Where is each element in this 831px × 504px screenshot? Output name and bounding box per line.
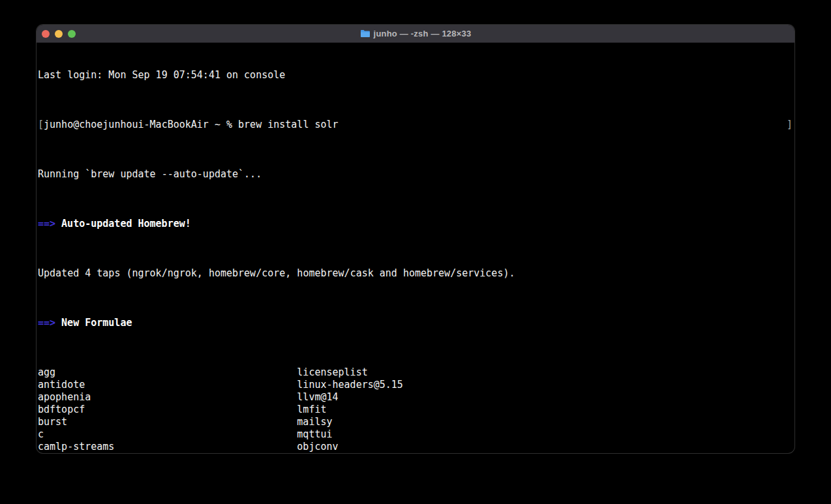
formula-name-right: llvm@14: [297, 391, 338, 403]
formulae-list: agglicenseplistantidotelinux-headers@5.1…: [38, 366, 794, 453]
terminal-line-prompt: [junho@choejunhoui-MacBookAir ~ % brew i…: [38, 119, 794, 131]
formula-name-left: burst: [38, 416, 297, 428]
formula-name-right: lmfit: [297, 404, 326, 415]
formula-name-right: licenseplist: [297, 366, 367, 378]
formula-name-left: camlp-streams: [38, 441, 297, 453]
prompt-mark-close: ]: [787, 119, 793, 131]
formula-row: antidotelinux-headers@5.15: [38, 379, 794, 391]
terminal-line-last-login: Last login: Mon Sep 19 07:54:41 on conso…: [38, 69, 794, 82]
close-button[interactable]: [42, 30, 50, 38]
formula-name-left: agg: [38, 366, 297, 379]
window-titlebar[interactable]: junho — -zsh — 128×33: [37, 25, 794, 43]
formula-name-left: c: [38, 428, 297, 441]
terminal-content[interactable]: Last login: Mon Sep 19 07:54:41 on conso…: [37, 43, 794, 453]
terminal-line-running: Running `brew update --auto-update`...: [38, 168, 794, 181]
prompt-command-text: junho@choejunhoui-MacBookAir ~ % brew in…: [44, 119, 339, 131]
formula-name-left: apophenia: [38, 391, 297, 404]
terminal-window: junho — -zsh — 128×33 Last login: Mon Se…: [37, 25, 794, 453]
prompt-line-spacer: [339, 119, 787, 131]
formula-name-right: mqttui: [297, 428, 332, 440]
terminal-line-auto-updated: ==>Auto-updated Homebrew!: [38, 218, 794, 230]
prompt-mark-open: [: [38, 119, 44, 131]
homebrew-arrow: ==>: [38, 317, 55, 329]
terminal-line-updated-taps: Updated 4 taps (ngrok/ngrok, homebrew/co…: [38, 267, 794, 280]
zoom-button[interactable]: [68, 30, 76, 38]
formula-name-left: bdftopcf: [38, 404, 297, 416]
minimize-button[interactable]: [55, 30, 63, 38]
window-controls: [37, 30, 76, 38]
formula-row: apopheniallvm@14: [38, 391, 794, 404]
terminal-line-new-formulae: ==>New Formulae: [38, 317, 794, 329]
window-title: junho — -zsh — 128×33: [374, 29, 472, 38]
formula-name-right: linux-headers@5.15: [297, 379, 403, 391]
formula-name-left: antidote: [38, 379, 297, 391]
formula-name-right: objconv: [297, 441, 338, 452]
formula-row: camlp-streamsobjconv: [38, 441, 794, 453]
formula-row: agglicenseplist: [38, 366, 794, 379]
window-title-group: junho — -zsh — 128×33: [37, 25, 794, 42]
auto-updated-text: Auto-updated Homebrew!: [61, 218, 191, 230]
folder-icon: [360, 29, 370, 38]
formula-name-right: mailsy: [297, 416, 332, 428]
new-formulae-heading: New Formulae: [61, 317, 132, 329]
formula-row: burstmailsy: [38, 416, 794, 428]
formula-row: bdftopcflmfit: [38, 404, 794, 416]
homebrew-arrow: ==>: [38, 218, 55, 230]
formula-row: cmqttui: [38, 428, 794, 441]
